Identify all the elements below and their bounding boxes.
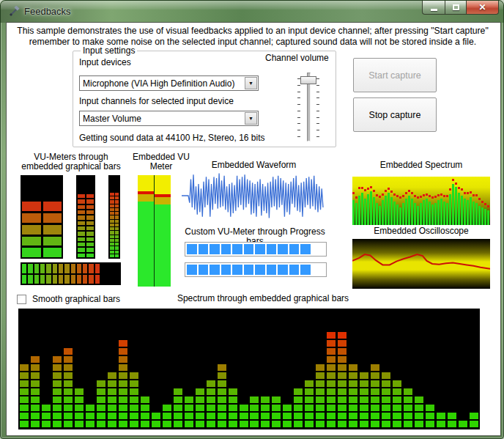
- segment: [408, 190, 410, 192]
- segment: [115, 193, 119, 196]
- segment: [316, 372, 325, 379]
- segment: [53, 413, 62, 419]
- stop-capture-button[interactable]: Stop capture: [353, 97, 437, 132]
- segment: [393, 421, 401, 427]
- segment: [77, 275, 81, 284]
- segment: [86, 194, 94, 198]
- segment: [185, 396, 193, 403]
- spectrum-panel: [352, 177, 490, 225]
- segment: [338, 405, 346, 411]
- maximize-icon: [453, 4, 459, 10]
- segment: [232, 244, 242, 254]
- close-button[interactable]: ✕: [466, 1, 499, 15]
- segment: [402, 195, 404, 197]
- segment: [141, 421, 149, 427]
- segment: [305, 405, 314, 411]
- input-device-combo-arrow[interactable]: ▼: [245, 77, 257, 89]
- input-channel-combo[interactable]: Master Volume ▼: [79, 111, 259, 126]
- segment: [467, 192, 469, 194]
- segment: [86, 221, 94, 225]
- segment: [294, 396, 303, 403]
- segment: [475, 203, 478, 225]
- segment: [396, 204, 399, 225]
- segment: [255, 265, 265, 275]
- segment: [405, 199, 407, 225]
- segment: [327, 348, 336, 355]
- segment: [349, 364, 357, 371]
- segment: [218, 421, 226, 427]
- segment: [115, 251, 119, 254]
- segment: [97, 421, 105, 427]
- segment: [376, 194, 378, 196]
- title-bar[interactable]: Feedbacks ✕: [1, 1, 503, 23]
- segment: [119, 380, 127, 387]
- maximize-button[interactable]: [445, 1, 466, 15]
- segment: [174, 388, 182, 395]
- segment: [86, 232, 94, 235]
- segment: [185, 421, 193, 427]
- segment: [20, 372, 29, 379]
- segment: [78, 215, 85, 219]
- segment: [86, 421, 94, 427]
- segment: [110, 254, 114, 257]
- smooth-bars-checkbox[interactable]: [17, 295, 26, 304]
- start-capture-button[interactable]: Start capture: [353, 58, 437, 92]
- segment: [53, 275, 57, 284]
- segment: [404, 405, 412, 411]
- segment: [75, 388, 84, 395]
- segment: [478, 198, 481, 200]
- segment: [382, 193, 384, 196]
- segment: [89, 275, 93, 284]
- caption-buttons: ✕: [422, 1, 499, 15]
- segment: [78, 243, 85, 246]
- segment: [420, 203, 422, 225]
- minimize-button[interactable]: [422, 1, 445, 15]
- segment: [110, 193, 114, 196]
- segment: [115, 208, 119, 211]
- segment: [130, 388, 138, 395]
- segment: [360, 380, 368, 387]
- segment: [207, 388, 215, 395]
- segment: [431, 196, 434, 199]
- segment: [327, 388, 336, 395]
- input-device-combo[interactable]: Microphone (VIA High Definition Audio) ▼: [79, 75, 259, 91]
- segment: [130, 396, 138, 403]
- segment: [108, 396, 116, 403]
- channel-volume-label: Channel volume: [265, 53, 329, 63]
- segment: [352, 192, 355, 194]
- segment: [229, 413, 237, 419]
- window-title: Feedbacks: [24, 6, 71, 17]
- segment: [232, 265, 242, 275]
- segment: [174, 413, 182, 419]
- segment: [31, 380, 40, 387]
- segment: [455, 182, 457, 185]
- segment: [426, 413, 434, 419]
- segment: [267, 265, 277, 275]
- segment: [437, 413, 445, 419]
- segment: [283, 405, 292, 411]
- vu-meter-large: [21, 175, 63, 259]
- segment: [207, 380, 215, 387]
- slider-thumb[interactable]: [300, 76, 316, 84]
- input-channel-combo-value: Master Volume: [80, 114, 245, 124]
- input-channel-combo-arrow[interactable]: ▼: [245, 112, 257, 125]
- segment: [338, 340, 346, 347]
- segment: [97, 413, 105, 419]
- segment: [110, 215, 114, 218]
- segment: [352, 200, 355, 225]
- segment: [53, 421, 62, 427]
- segment: [338, 396, 346, 403]
- segment: [297, 130, 300, 130]
- channel-volume-slider[interactable]: [293, 70, 324, 143]
- client-area: This sample demonstrates the use of visu…: [6, 22, 501, 436]
- segment: [64, 364, 73, 371]
- segment: [393, 413, 401, 419]
- smooth-bars-checkbox-row[interactable]: Smooth graphical bars: [17, 294, 120, 304]
- segment: [294, 421, 303, 427]
- segment: [64, 275, 69, 284]
- segment: [95, 275, 100, 284]
- app-window: Feedbacks ✕ This sample demonstrates the…: [0, 0, 504, 439]
- segment: [396, 195, 399, 197]
- waveform-panel: [182, 169, 325, 222]
- segment: [86, 243, 94, 246]
